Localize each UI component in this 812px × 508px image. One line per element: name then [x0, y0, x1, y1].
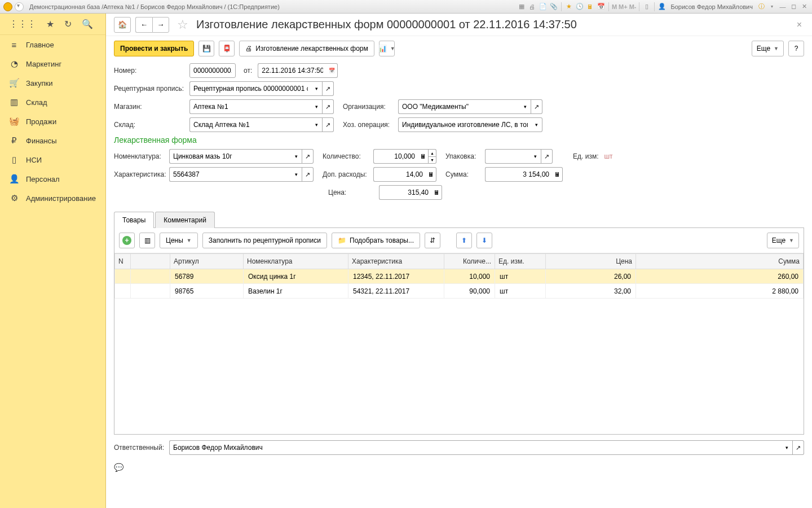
sidebar-item-sales[interactable]: 🧺Продажи	[0, 112, 105, 131]
store-dropdown-icon[interactable]: ▾	[311, 99, 323, 114]
date-input[interactable]	[258, 63, 326, 78]
qty-up-icon[interactable]: ▲	[429, 149, 436, 156]
sidebar-item-nsi[interactable]: ▯НСИ	[0, 150, 105, 169]
col-price[interactable]: Цена	[546, 254, 636, 269]
nom-open-icon[interactable]: ↗	[302, 149, 314, 164]
tb-m-minus[interactable]: M-	[629, 3, 637, 10]
table-row[interactable]: 98765 Вазелин 1г 54321, 22.11.2017 90,00…	[115, 284, 804, 299]
chat-icon[interactable]: 💬	[106, 461, 812, 474]
rx-dropdown-icon[interactable]: ▾	[311, 81, 323, 96]
search-icon[interactable]: 🔍	[82, 19, 93, 29]
tb-icon-1[interactable]: ▦	[517, 2, 526, 11]
add-row-button[interactable]: +	[119, 233, 135, 248]
qty-input[interactable]	[373, 149, 418, 164]
store-input[interactable]	[189, 99, 311, 114]
more-button[interactable]: Еще ▼	[752, 41, 784, 56]
sum-calc-icon[interactable]: 🖩	[553, 167, 563, 182]
sum-input[interactable]	[485, 167, 553, 182]
char-dropdown-icon[interactable]: ▾	[291, 167, 302, 182]
fill-rx-button[interactable]: Заполнить по рецептурной прописи	[202, 233, 327, 248]
minimize-icon[interactable]: —	[778, 2, 787, 11]
close-window-icon[interactable]: ✕	[800, 2, 809, 11]
post-button[interactable]: 📮	[219, 41, 235, 56]
tb-doc-icon[interactable]: 📄	[539, 2, 548, 11]
col-blank[interactable]	[131, 254, 170, 269]
rx-open-icon[interactable]: ↗	[323, 81, 334, 96]
post-close-button[interactable]: Провести и закрыть	[114, 41, 194, 56]
col-article[interactable]: Артикул	[170, 254, 244, 269]
sidebar-item-main[interactable]: ≡Главное	[0, 35, 105, 54]
op-dropdown-icon[interactable]: ▾	[531, 117, 542, 132]
nom-dropdown-icon[interactable]: ▾	[291, 149, 302, 164]
sidebar-item-purchases[interactable]: 🛒Закупки	[0, 73, 105, 93]
responsible-input[interactable]	[169, 440, 782, 455]
print-form-button[interactable]: 🖨Изготовление лекарственных форм	[239, 41, 374, 56]
org-dropdown-icon[interactable]: ▾	[520, 99, 531, 114]
org-input[interactable]	[398, 99, 520, 114]
app-menu-icon[interactable]	[15, 2, 24, 11]
move-down-button[interactable]: ⬇	[476, 233, 492, 248]
qty-down-icon[interactable]: ▼	[429, 156, 436, 164]
tab-comment[interactable]: Комментарий	[155, 212, 215, 228]
number-input[interactable]	[189, 63, 236, 78]
move-up-button[interactable]: ⬆	[456, 233, 472, 248]
char-open-icon[interactable]: ↗	[302, 167, 314, 182]
tb-clip-icon[interactable]: 📎	[549, 2, 558, 11]
maximize-icon[interactable]: ◻	[789, 2, 798, 11]
price-calc-icon[interactable]: 🖩	[432, 185, 442, 200]
sidebar-item-admin[interactable]: ⚙Администрирование	[0, 189, 105, 208]
tb-clock-icon[interactable]: 🕓	[575, 2, 584, 11]
wh-input[interactable]	[189, 117, 311, 132]
exp-input[interactable]	[373, 167, 426, 182]
prices-button[interactable]: Цены ▼	[160, 233, 198, 248]
tb-m-plus[interactable]: M+	[619, 3, 628, 10]
favorite-icon[interactable]: ☆	[177, 17, 188, 32]
resp-dropdown-icon[interactable]: ▾	[782, 440, 793, 455]
tb-info-icon[interactable]: ⓘ	[757, 2, 766, 11]
pick-goods-button[interactable]: 📁Подобрать товары...	[332, 233, 420, 248]
table-row[interactable]: 56789 Оксид цинка 1г 12345, 22.11.2017 1…	[115, 269, 804, 284]
tb-info-caret[interactable]: ▾	[767, 2, 776, 11]
resp-open-icon[interactable]: ↗	[793, 440, 804, 455]
char-input[interactable]	[169, 167, 291, 182]
home-button[interactable]: 🏠	[114, 17, 131, 33]
wh-open-icon[interactable]: ↗	[323, 117, 334, 132]
tb-cal-icon[interactable]: 📅	[597, 2, 606, 11]
col-num[interactable]: N	[115, 254, 131, 269]
tb-star-icon[interactable]: ★	[564, 2, 573, 11]
sidebar-item-warehouse[interactable]: ▥Склад	[0, 93, 105, 112]
help-button[interactable]: ?	[788, 41, 804, 56]
tab-goods[interactable]: Товары	[114, 212, 154, 228]
col-unit[interactable]: Ед. изм.	[495, 254, 546, 269]
tb-print-icon[interactable]: 🖨	[528, 2, 537, 11]
date-picker-icon[interactable]: 📅	[326, 63, 338, 78]
col-char[interactable]: Характеристика	[348, 254, 444, 269]
tb-panel-icon[interactable]: ▯	[642, 2, 651, 11]
pack-open-icon[interactable]: ↗	[541, 149, 553, 164]
sidebar-item-finance[interactable]: ₽Финансы	[0, 131, 105, 150]
org-open-icon[interactable]: ↗	[531, 99, 542, 114]
rx-input[interactable]	[189, 81, 311, 96]
save-button[interactable]: 💾	[198, 41, 214, 56]
pack-dropdown-icon[interactable]: ▾	[530, 149, 541, 164]
nom-input[interactable]	[169, 149, 291, 164]
col-nom[interactable]: Номенклатура	[244, 254, 348, 269]
tb-calc-icon[interactable]: 🖩	[586, 2, 595, 11]
col-sum[interactable]: Сумма	[636, 254, 804, 269]
tb-m[interactable]: M	[612, 3, 617, 10]
sidebar-item-personnel[interactable]: 👤Персонал	[0, 169, 105, 189]
goods-more-button[interactable]: Еще ▼	[767, 233, 799, 248]
report-button[interactable]: 📊▼	[379, 41, 395, 56]
apps-icon[interactable]: ⋮⋮⋮	[9, 19, 36, 29]
pack-input[interactable]	[485, 149, 530, 164]
sidebar-item-marketing[interactable]: ◔Маркетинг	[0, 54, 105, 73]
history-icon[interactable]: ↻	[64, 19, 72, 29]
forward-button[interactable]: →	[152, 17, 169, 33]
price-input[interactable]	[379, 185, 432, 200]
store-open-icon[interactable]: ↗	[323, 99, 334, 114]
close-tab-icon[interactable]: ×	[795, 17, 804, 32]
wh-dropdown-icon[interactable]: ▾	[311, 117, 323, 132]
qty-calc-icon[interactable]: 🖩	[418, 149, 429, 164]
op-input[interactable]	[398, 117, 531, 132]
col-qty[interactable]: Количе...	[444, 254, 495, 269]
